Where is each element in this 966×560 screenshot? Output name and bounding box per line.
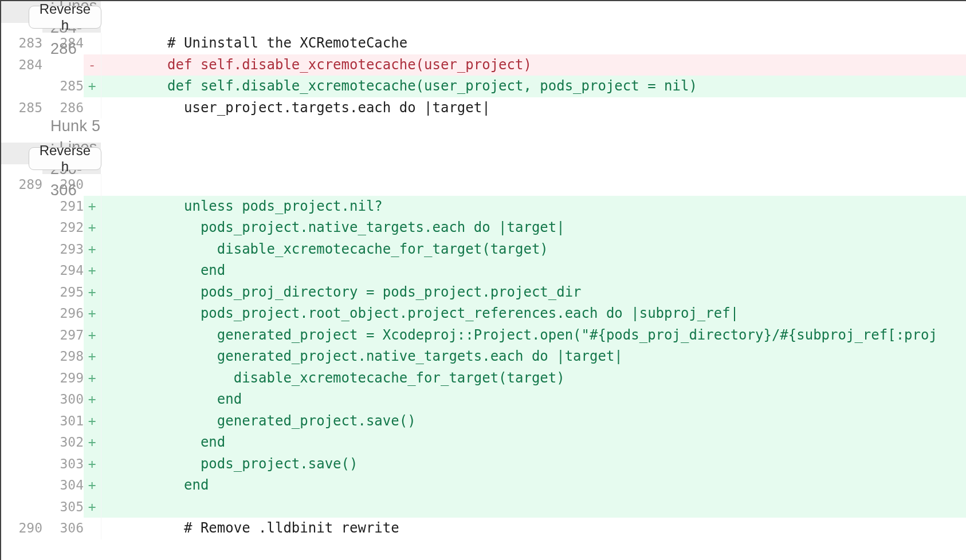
old-line-number [1, 239, 42, 261]
diff-line[interactable]: 304+ end [1, 475, 966, 496]
old-line-number [1, 496, 42, 518]
diff-line[interactable]: 295+ pods_proj_directory = pods_project.… [1, 282, 966, 303]
old-line-number [1, 196, 42, 218]
diff-marker [84, 518, 101, 539]
diff-line[interactable]: 284- def self.disable_xcremotecache(user… [1, 54, 966, 76]
hunk-header: Hunk 5 : Lines 290-306 Reverse h [42, 143, 101, 174]
diff-marker: + [84, 260, 101, 282]
diff-code: generated_project.native_targets.each do… [101, 346, 966, 368]
old-line-number: 289 [1, 174, 42, 196]
hunk-header: Hunk 4 : Lines 284-286 Reverse h [42, 1, 101, 33]
diff-line[interactable]: 290306 # Remove .lldbinit rewrite [1, 518, 966, 539]
diff-code: disable_xcremotecache_for_target(target) [101, 368, 966, 389]
diff-code: disable_xcremotecache_for_target(target) [101, 239, 966, 261]
diff-line[interactable]: 301+ generated_project.save() [1, 411, 966, 432]
new-line-number: 300 [42, 389, 84, 411]
hunk-header-row: Hunk 5 : Lines 290-306 Reverse h [1, 143, 966, 174]
reverse-hunk-label: Reverse h [40, 143, 91, 175]
hunk-spacer [1, 119, 966, 143]
diff-code [101, 174, 966, 196]
diff-line[interactable]: 302+ end [1, 432, 966, 453]
old-line-number: 284 [1, 54, 42, 76]
old-line-number [1, 368, 42, 389]
diff-line[interactable]: 291+ unless pods_project.nil? [1, 196, 966, 218]
old-line-number: 290 [1, 518, 42, 539]
diff-line[interactable]: 283284 # Uninstall the XCRemoteCache [1, 33, 966, 54]
diff-code: end [101, 432, 966, 453]
hunk-header-row: Hunk 4 : Lines 284-286 Reverse h [1, 1, 966, 33]
diff-code: generated_project.save() [101, 411, 966, 432]
old-line-number [1, 389, 42, 411]
diff-code: generated_project = Xcodeproj::Project.o… [101, 325, 966, 346]
diff-marker: + [84, 432, 101, 453]
diff-line[interactable]: 294+ end [1, 260, 966, 282]
diff-marker: + [84, 282, 101, 303]
diff-line[interactable]: 285286 user_project.targets.each do |tar… [1, 97, 966, 119]
diff-code: def self.disable_xcremotecache(user_proj… [101, 76, 966, 97]
diff-code: pods_project.root_object.project_referen… [101, 303, 966, 325]
diff-marker: + [84, 475, 101, 496]
diff-marker: + [84, 217, 101, 239]
old-line-number: 283 [1, 33, 42, 54]
diff-marker: + [84, 453, 101, 475]
diff-line[interactable]: 289290 [1, 174, 966, 196]
diff-line[interactable]: 296+ pods_project.root_object.project_re… [1, 303, 966, 325]
old-line-number [1, 217, 42, 239]
reverse-hunk-button[interactable]: Reverse h [29, 147, 101, 170]
diff-line[interactable]: 293+ disable_xcremotecache_for_target(ta… [1, 239, 966, 261]
old-line-number [1, 76, 42, 97]
old-line-number [1, 475, 42, 496]
diff-line[interactable]: 305+ [1, 496, 966, 518]
diff-code: pods_project.native_targets.each do |tar… [101, 217, 966, 239]
old-line-number [1, 325, 42, 346]
old-line-number: 285 [1, 97, 42, 119]
diff-code: pods_proj_directory = pods_project.proje… [101, 282, 966, 303]
diff-code: end [101, 475, 966, 496]
old-line-number [1, 260, 42, 282]
old-line-number [1, 453, 42, 475]
reverse-hunk-label: Reverse h [40, 1, 91, 33]
new-line-number: 299 [42, 368, 84, 389]
new-line-number: 302 [42, 432, 84, 453]
diff-table: Hunk 4 : Lines 284-286 Reverse h 283284 … [1, 1, 966, 539]
new-line-number: 298 [42, 346, 84, 368]
old-line-number [1, 411, 42, 432]
diff-code: def self.disable_xcremotecache(user_proj… [101, 54, 966, 76]
diff-line[interactable]: 297+ generated_project = Xcodeproj::Proj… [1, 325, 966, 346]
reverse-hunk-button[interactable]: Reverse h [29, 6, 101, 29]
diff-marker: + [84, 496, 101, 518]
diff-marker: + [84, 389, 101, 411]
diff-line[interactable]: 285+ def self.disable_xcremotecache(user… [1, 76, 966, 97]
diff-line[interactable]: 292+ pods_project.native_targets.each do… [1, 217, 966, 239]
old-line-number [1, 432, 42, 453]
new-line-number: 306 [42, 518, 84, 539]
diff-marker: + [84, 76, 101, 97]
diff-code: end [101, 260, 966, 282]
new-line-number: 293 [42, 239, 84, 261]
new-line-number: 295 [42, 282, 84, 303]
diff-code [101, 496, 966, 518]
old-line-number [1, 346, 42, 368]
new-line-number: 285 [42, 76, 84, 97]
diff-line[interactable]: 298+ generated_project.native_targets.ea… [1, 346, 966, 368]
new-line-number: 301 [42, 411, 84, 432]
diff-line[interactable]: 303+ pods_project.save() [1, 453, 966, 475]
diff-marker: + [84, 368, 101, 389]
diff-marker: + [84, 411, 101, 432]
old-line-number [1, 303, 42, 325]
new-line-number: 303 [42, 453, 84, 475]
new-line-number: 304 [42, 475, 84, 496]
diff-line[interactable]: 300+ end [1, 389, 966, 411]
hunk-body: 289290291+ unless pods_project.nil?292+ … [1, 174, 966, 539]
hunk-body: 283284 # Uninstall the XCRemoteCache284-… [1, 33, 966, 119]
diff-code: user_project.targets.each do |target| [101, 97, 966, 119]
new-line-number: 292 [42, 217, 84, 239]
diff-code: unless pods_project.nil? [101, 196, 966, 218]
diff-marker: + [84, 325, 101, 346]
diff-code: # Remove .lldbinit rewrite [101, 518, 966, 539]
diff-marker: + [84, 346, 101, 368]
diff-marker: + [84, 239, 101, 261]
diff-code: # Uninstall the XCRemoteCache [101, 33, 966, 54]
diff-line[interactable]: 299+ disable_xcremotecache_for_target(ta… [1, 368, 966, 389]
new-line-number: 294 [42, 260, 84, 282]
